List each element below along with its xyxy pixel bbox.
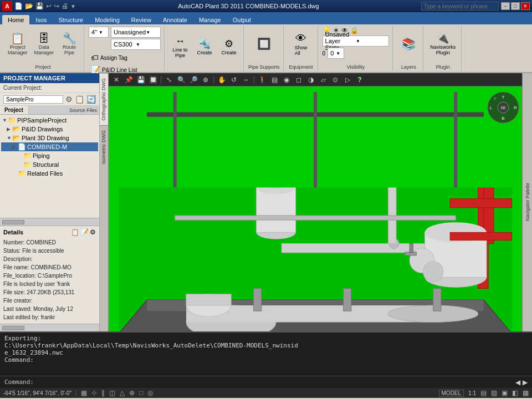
details-icon-2[interactable]: 📝: [80, 228, 89, 236]
tab-home[interactable]: Home: [2, 15, 29, 24]
redo-button[interactable]: ↪: [54, 2, 59, 10]
tree-item-plant3d[interactable]: ▼ 📂 Plant 3D Drawing: [1, 134, 98, 142]
model-label[interactable]: MODEL: [439, 390, 464, 397]
tree-scrollbar[interactable]: [0, 218, 99, 226]
create-button-2[interactable]: ⚙ Create: [218, 37, 240, 57]
zoom-in-button[interactable]: 🔍: [176, 75, 187, 85]
details-scroll-thumb[interactable]: [2, 326, 24, 330]
named-views-button[interactable]: ▤: [269, 75, 280, 85]
details-icon-1[interactable]: 📋: [71, 228, 79, 236]
zoom-out-button[interactable]: 🔎: [188, 75, 199, 85]
polar-icon[interactable]: ◫: [109, 389, 115, 397]
tab-annotate[interactable]: Annotate: [157, 15, 193, 24]
tab-modeling[interactable]: Modeling: [89, 15, 125, 24]
project-name-display[interactable]: SamplePro: [3, 95, 63, 104]
save-viewport-button[interactable]: 💾: [135, 75, 146, 85]
steeringwheels-button[interactable]: ⊙: [330, 75, 341, 85]
3d-scene[interactable]: T B L R F SE: [109, 86, 522, 331]
assign-tag-button[interactable]: 🏷 Assign Tag: [89, 52, 130, 63]
save-button[interactable]: 💾: [35, 2, 44, 10]
cs300-dropdown[interactable]: CS300 ▼: [111, 39, 161, 50]
swivel-button[interactable]: ↔: [241, 75, 252, 85]
tab-review[interactable]: Review: [126, 15, 157, 24]
lineweight-icon[interactable]: ◎: [147, 389, 153, 397]
keyword-search[interactable]: [421, 2, 499, 11]
showmotion-button[interactable]: ▷: [342, 75, 353, 85]
project-settings-button[interactable]: ⚙: [65, 95, 73, 104]
line-to-pipe-button[interactable]: ↔ Line toPipe: [169, 34, 191, 59]
layer-zero-dropdown[interactable]: 0 ▼: [328, 48, 344, 59]
view-icon-5[interactable]: ▩: [523, 389, 529, 397]
view-icon-1[interactable]: ▤: [480, 389, 487, 397]
open-button[interactable]: 📂: [25, 2, 33, 10]
orbit-button[interactable]: ↺: [228, 75, 239, 85]
print-button[interactable]: 🖨: [62, 2, 68, 10]
tab-isos[interactable]: Isos: [30, 15, 52, 24]
zoom-extents-button[interactable]: ⤡: [163, 75, 175, 85]
tab-project[interactable]: Project: [0, 106, 28, 114]
details-icon-3[interactable]: ⚙: [90, 228, 96, 236]
viewport[interactable]: ✕ 📌 💾 🔲 ⤡ 🔍 🔎 ⊕ ✋ ↺ ↔ 🚶 ▤ ◉ ◻ ◑ ▱: [109, 73, 522, 331]
tab-manage[interactable]: Manage: [193, 15, 227, 24]
close-viewport-button[interactable]: ✕: [111, 75, 122, 85]
tree-item-structural[interactable]: 📁 Structural: [1, 160, 98, 169]
pipe-supports-button[interactable]: 🔲: [253, 36, 275, 52]
shadows-button[interactable]: ◑: [305, 75, 316, 85]
ground-plane-button[interactable]: ▱: [318, 75, 329, 85]
project-manager-button[interactable]: 📋 Project Manager: [6, 32, 30, 57]
help-button[interactable]: ?: [354, 75, 365, 85]
new-button[interactable]: 📄: [14, 2, 23, 10]
otrack-icon[interactable]: ⊕: [129, 389, 135, 397]
view-icon-4[interactable]: ◧: [512, 389, 518, 397]
cmd-scroll-left[interactable]: ◀: [515, 378, 520, 386]
cmd-scroll-right[interactable]: ▶: [523, 378, 528, 386]
dropdown-arrow[interactable]: ▼: [70, 3, 76, 9]
edge-effects-button[interactable]: ◻: [293, 75, 304, 85]
tree-item-p-and-id[interactable]: ▶ 📂 P&ID Drawings: [1, 125, 98, 134]
win-close[interactable]: ✕: [521, 2, 530, 10]
view-icon-3[interactable]: ▣: [502, 389, 508, 397]
realtime-zoom-button[interactable]: ⊕: [200, 75, 211, 85]
snap-icon[interactable]: ⊹: [91, 389, 97, 397]
project-refresh-button[interactable]: 🔄: [86, 95, 96, 104]
undo-button[interactable]: ↩: [46, 2, 52, 10]
snap-grid-icon[interactable]: ▦: [81, 389, 87, 397]
restore-button[interactable]: 🔲: [147, 75, 158, 85]
pin-viewport-button[interactable]: 📌: [123, 75, 134, 85]
navisworks-plugin-button[interactable]: 🔌 Navisworks Plugin: [428, 31, 458, 57]
tab-structure[interactable]: Structure: [53, 15, 89, 24]
route-pipe-button[interactable]: 🔧 RoutePipe: [58, 32, 80, 57]
data-manager-button[interactable]: 🗄 DataManager: [32, 32, 57, 57]
details-scrollbar[interactable]: [0, 324, 99, 331]
size-dropdown[interactable]: 4" ▼: [89, 27, 109, 38]
tab-source-files[interactable]: Source Files: [69, 108, 97, 113]
view-icon-2[interactable]: ▨: [491, 389, 497, 397]
win-maximize[interactable]: □: [511, 2, 520, 10]
iso-dwg-tab[interactable]: Isometric DWG: [100, 125, 108, 168]
unassigned-dropdown[interactable]: Unassigned ▼: [111, 27, 161, 38]
3d-walk-button[interactable]: 🚶: [257, 75, 268, 85]
scale-label[interactable]: 1:1: [468, 390, 476, 396]
show-all-button[interactable]: 👁 ShowAll: [290, 31, 312, 57]
visual-styles-button[interactable]: ◉: [281, 75, 292, 85]
tree-item-pip-sample[interactable]: ▼ 📁 PIPSampleProject: [1, 116, 98, 125]
svg-rect-21: [254, 289, 262, 311]
command-input-field[interactable]: [34, 378, 515, 386]
tree-item-related[interactable]: 📁 Related Files: [1, 169, 98, 178]
create-button-1[interactable]: 🔩 Create: [193, 37, 216, 57]
layer-state-dropdown[interactable]: Unsaved Layer State ▼: [323, 35, 390, 47]
tree-item-piping[interactable]: 📁 Piping: [1, 151, 98, 160]
project-new-button[interactable]: 📋: [75, 95, 84, 104]
dyn-input-icon[interactable]: □: [139, 389, 143, 397]
ortho-icon[interactable]: ∥: [101, 389, 105, 397]
navigator-palette-tab[interactable]: Navigator Palette: [522, 73, 532, 331]
ortho-dwg-tab[interactable]: Orthographic DWG: [100, 73, 108, 125]
navigation-widget[interactable]: T B L R F SE: [487, 91, 520, 124]
tab-output[interactable]: Output: [227, 15, 257, 24]
tree-scroll-thumb[interactable]: [2, 220, 24, 224]
win-minimize[interactable]: −: [501, 2, 510, 10]
layers-button[interactable]: 📚: [397, 36, 420, 52]
pan-button[interactable]: ✋: [216, 75, 227, 85]
osnap-icon[interactable]: △: [120, 389, 125, 397]
tree-item-combined[interactable]: ▶ 📄 COMBINED-M: [1, 142, 98, 151]
